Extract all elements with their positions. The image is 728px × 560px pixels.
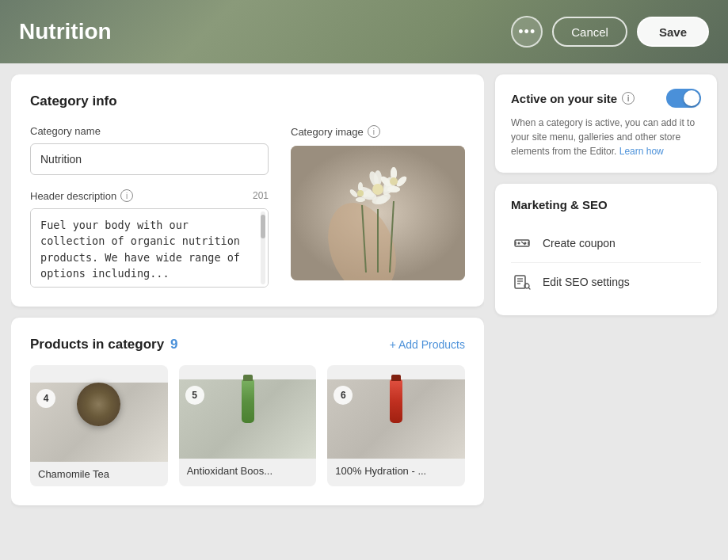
svg-point-29: [356, 197, 365, 202]
toggle-thumb: [684, 90, 699, 106]
create-coupon-label: Create coupon: [543, 237, 616, 250]
category-image-svg: [291, 146, 465, 280]
products-card: Products in category 9 + Add Products 4 …: [11, 318, 484, 505]
svg-point-20: [387, 186, 400, 192]
product-image-1: 4: [30, 383, 168, 462]
svg-point-31: [357, 190, 364, 196]
category-info-title: Category info: [30, 93, 465, 109]
product-card-1[interactable]: 4 Chamomile Tea: [30, 365, 168, 486]
cancel-button[interactable]: Cancel: [552, 17, 627, 47]
svg-line-45: [529, 288, 531, 290]
svg-point-33: [518, 242, 520, 245]
left-column: Category info Category name Header descr…: [11, 74, 484, 549]
product-count: 9: [170, 337, 177, 352]
svg-point-13: [372, 184, 383, 195]
char-count: 201: [253, 190, 269, 201]
desc-header: Header description i 201: [30, 189, 269, 202]
tea-visual: [77, 383, 120, 426]
active-header: Active on your site i: [511, 89, 701, 108]
category-image-label: Category image i: [291, 125, 465, 138]
active-info-icon[interactable]: i: [622, 92, 635, 105]
product-name-2: Antioxidant Boos...: [179, 459, 317, 483]
seo-icon: [511, 271, 533, 293]
right-column: Active on your site i When a category is…: [495, 74, 717, 549]
product-image-2: 5: [179, 379, 317, 459]
green-bottle-visual: [242, 379, 254, 423]
red-bottle-visual: [390, 379, 402, 423]
product-name-1: Chamomile Tea: [30, 462, 168, 486]
header: Nutrition ••• Cancel Save: [0, 0, 728, 63]
header-description-label: Header description i: [30, 189, 133, 202]
description-textarea-wrap: Fuel your body with our collection of or…: [30, 208, 269, 288]
learn-how-link[interactable]: Learn how: [619, 146, 664, 157]
active-description: When a category is active, you can add i…: [511, 116, 701, 158]
coupon-icon: [511, 232, 533, 254]
category-info-card: Category info Category name Header descr…: [11, 74, 484, 307]
category-image-box[interactable]: [291, 146, 465, 280]
save-button[interactable]: Save: [637, 17, 709, 47]
red-bottle-cap: [391, 375, 401, 381]
svg-point-35: [524, 242, 527, 245]
description-info-icon[interactable]: i: [120, 189, 133, 202]
textarea-scrollbar-thumb: [261, 215, 265, 238]
active-toggle[interactable]: [666, 89, 701, 108]
product-name-3: 100% Hydration - ...: [327, 459, 465, 483]
category-info-left: Category name Header description i 201 F…: [30, 125, 269, 288]
category-name-input[interactable]: [30, 143, 269, 175]
products-grid: 4 Chamomile Tea 5 Antioxidant Boos...: [30, 365, 465, 486]
create-coupon-item[interactable]: Create coupon: [511, 224, 701, 263]
svg-point-22: [390, 177, 398, 185]
marketing-card: Marketing & SEO Create coupon: [495, 184, 717, 315]
category-image: [291, 146, 465, 280]
edit-seo-label: Edit SEO settings: [543, 276, 630, 288]
svg-rect-32: [515, 240, 529, 246]
more-button[interactable]: •••: [511, 16, 543, 48]
bottle-cap: [243, 375, 253, 381]
products-title: Products in category 9: [30, 337, 178, 352]
marketing-title: Marketing & SEO: [511, 198, 701, 211]
product-card-2[interactable]: 5 Antioxidant Boos...: [179, 365, 317, 486]
svg-rect-40: [515, 276, 525, 288]
image-info-icon[interactable]: i: [368, 125, 380, 138]
active-card: Active on your site i When a category is…: [495, 74, 717, 173]
header-actions: ••• Cancel Save: [511, 16, 709, 48]
active-title: Active on your site i: [511, 92, 635, 105]
add-products-button[interactable]: + Add Products: [390, 338, 465, 351]
main-layout: Category info Category name Header descr…: [0, 63, 728, 560]
category-info-grid: Category name Header description i 201 F…: [30, 125, 465, 288]
products-header: Products in category 9 + Add Products: [30, 337, 465, 352]
product-badge-3: 6: [334, 386, 353, 405]
page-title: Nutrition: [19, 19, 112, 44]
product-image-3: 6: [327, 379, 465, 459]
product-badge-2: 5: [185, 386, 204, 405]
edit-seo-item[interactable]: Edit SEO settings: [511, 263, 701, 301]
textarea-scrollbar[interactable]: [261, 211, 265, 284]
category-name-label: Category name: [30, 125, 269, 137]
description-textarea[interactable]: Fuel your body with our collection of or…: [30, 208, 269, 288]
product-card-3[interactable]: 6 100% Hydration - ...: [327, 365, 465, 486]
category-info-right: Category image i: [291, 125, 465, 288]
product-badge-1: 4: [36, 389, 55, 408]
